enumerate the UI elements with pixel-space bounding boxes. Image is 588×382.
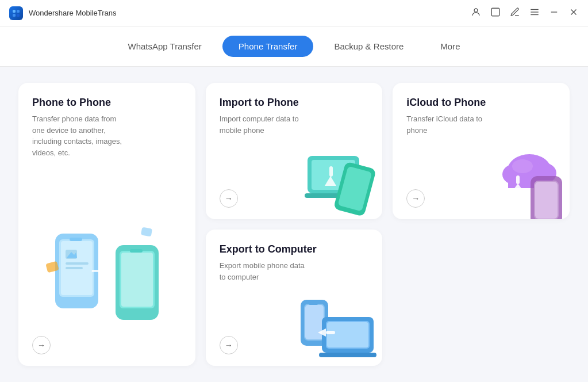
- nav-bar: WhatsApp Transfer Phone Transfer Backup …: [0, 26, 588, 67]
- card-import-title: Import to Phone: [220, 97, 369, 109]
- svg-rect-0: [13, 10, 16, 13]
- svg-rect-18: [121, 253, 153, 307]
- svg-rect-48: [309, 302, 318, 305]
- card-phone-to-phone[interactable]: Phone to Phone Transfer phone data from …: [18, 83, 195, 366]
- svg-rect-47: [305, 305, 324, 339]
- card-import-arrow[interactable]: →: [220, 189, 238, 208]
- svg-rect-52: [319, 353, 376, 357]
- card-phone-to-phone-title: Phone to Phone: [32, 97, 182, 109]
- svg-point-39: [512, 159, 533, 173]
- titlebar: Wondershare MobileTrans: [0, 0, 588, 26]
- svg-rect-54: [326, 331, 335, 334]
- card-phone-to-phone-desc: Transfer phone data from one device to a…: [32, 113, 124, 158]
- svg-rect-19: [130, 249, 143, 253]
- svg-rect-44: [516, 175, 520, 184]
- tab-whatsapp-transfer[interactable]: WhatsApp Transfer: [112, 36, 217, 57]
- svg-rect-26: [66, 262, 89, 265]
- card-import-desc: Import computer data to mobile phone: [220, 113, 312, 136]
- phone-to-phone-illustration: [44, 216, 170, 331]
- svg-rect-2: [13, 14, 16, 17]
- main-content: Phone to Phone Transfer phone data from …: [0, 67, 588, 382]
- window-controls: [471, 7, 579, 19]
- card-phone-to-phone-arrow[interactable]: →: [32, 336, 51, 354]
- tab-more[interactable]: More: [424, 36, 476, 57]
- app-title: Wondershare MobileTrans: [29, 9, 471, 17]
- import-illustration: [302, 144, 376, 213]
- export-illustration: [296, 291, 376, 360]
- svg-rect-51: [327, 322, 368, 347]
- card-export-desc: Export mobile phone data to computer: [220, 260, 312, 282]
- window-icon[interactable]: [490, 7, 501, 19]
- svg-rect-1: [17, 10, 20, 13]
- svg-rect-5: [491, 8, 499, 16]
- close-icon[interactable]: [568, 7, 579, 19]
- svg-rect-15: [70, 238, 82, 241]
- svg-rect-34: [329, 166, 333, 177]
- card-icloud-title: iCloud to Phone: [406, 97, 556, 109]
- svg-rect-42: [535, 182, 558, 219]
- edit-icon[interactable]: [510, 7, 520, 19]
- svg-marker-22: [106, 267, 114, 275]
- card-icloud-to-phone[interactable]: iCloud to Phone Transfer iCloud data to …: [393, 83, 570, 219]
- card-export-arrow[interactable]: →: [220, 336, 238, 354]
- svg-rect-21: [141, 227, 152, 237]
- svg-point-4: [474, 9, 478, 12]
- icloud-illustration: [489, 144, 564, 213]
- account-icon[interactable]: [471, 7, 481, 19]
- menu-icon[interactable]: [529, 7, 540, 19]
- card-export-to-computer[interactable]: Export to Computer Export mobile phone d…: [206, 230, 383, 366]
- card-export-title: Export to Computer: [220, 243, 369, 255]
- tab-phone-transfer[interactable]: Phone Transfer: [222, 36, 314, 57]
- card-icloud-desc: Transfer iCloud data to phone: [406, 113, 498, 136]
- svg-rect-27: [66, 267, 83, 269]
- card-icloud-arrow[interactable]: →: [406, 189, 425, 208]
- svg-rect-3: [17, 14, 20, 17]
- minimize-icon[interactable]: [549, 7, 559, 19]
- app-logo: [9, 6, 23, 20]
- tab-backup-restore[interactable]: Backup & Restore: [318, 36, 420, 57]
- card-import-to-phone[interactable]: Import to Phone Import computer data to …: [206, 83, 383, 219]
